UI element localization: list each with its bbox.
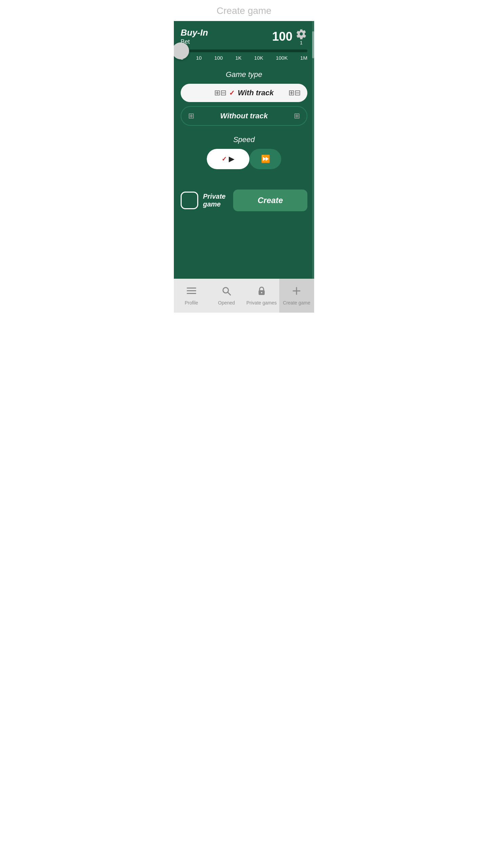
buyin-left: Buy-In Bet [181,28,208,45]
slider-track [181,50,307,52]
slider-labels: 1 10 100 1K 10K 100K 1M [181,55,307,61]
app-header: Create game [174,0,314,21]
speed-normal-btn[interactable]: ✓ ▶ [207,149,249,169]
speed-title: Speed [181,135,307,144]
slider-label-1m: 1M [300,55,307,61]
with-track-label: With track [238,88,273,97]
dice-icon-right-notrack: ⊞ [294,112,300,120]
dice-icon-right-track: ⊞⊟ [288,88,301,97]
slider-label-100k: 100K [276,55,288,61]
plus-icon [292,286,301,298]
checkmark-with-track: ✓ [229,89,235,97]
scrollbar-thumb [312,31,314,58]
slider-label-10: 10 [196,55,202,61]
bet-slider-container[interactable]: 1 10 100 1K 10K 100K 1M [181,50,307,61]
page-title: Create game [217,5,271,16]
speed-toggle-container: ✓ ▶ ⏩ [181,149,307,169]
play-icon: ▶ [229,155,235,163]
gear-container: 1 [295,28,307,45]
svg-rect-2 [187,293,196,294]
buyin-right: 100 1 [272,28,307,45]
game-type-with-track[interactable]: ⊞⊟ ✓ With track ⊞⊟ [181,84,307,102]
speed-normal-check: ✓ [222,155,227,163]
svg-rect-1 [187,290,196,291]
speed-fast-btn[interactable]: ⏩ [249,149,281,169]
without-track-label: Without track [220,112,268,120]
nav-item-private-games[interactable]: Private games [244,279,279,313]
lock-icon [258,286,266,298]
buyin-section: Buy-In Bet 100 1 [181,28,307,45]
slider-label-10k: 10K [254,55,263,61]
svg-rect-0 [187,288,196,289]
nav-label-opened: Opened [218,300,235,305]
search-icon [222,286,231,298]
create-button[interactable]: Create [233,190,307,211]
nav-item-opened[interactable]: Opened [209,279,244,313]
buyin-label: Buy-In [181,28,208,38]
fast-forward-icon: ⏩ [261,155,270,163]
slider-label-100: 100 [214,55,223,61]
buyin-sub-value: 1 [300,40,303,45]
dice-icon-left-track: ⊞⊟ [214,88,226,97]
nav-item-create-game[interactable]: Create game [279,279,314,313]
slider-label-1k: 1K [236,55,242,61]
private-game-section: Private game [181,192,228,209]
scrollbar[interactable] [312,21,314,279]
main-content: Buy-In Bet 100 1 1 10 100 1K 10K [174,21,314,279]
private-game-label: Private game [203,193,228,208]
action-row: Private game Create [181,190,307,211]
svg-point-6 [261,292,262,293]
gear-icon[interactable] [295,28,307,40]
nav-label-create-game: Create game [283,300,310,305]
nav-label-profile: Profile [185,300,198,305]
buyin-value: 100 [272,29,292,44]
svg-line-4 [228,292,230,295]
game-type-title: Game type [181,70,307,79]
speed-toggle: ✓ ▶ ⏩ [207,149,281,169]
nav-item-profile[interactable]: Profile [174,279,209,313]
dice-icon-left-notrack: ⊞ [188,112,194,120]
nav-label-private-games: Private games [246,300,277,305]
game-type-without-track[interactable]: ⊞ Without track ⊞ [181,106,307,126]
menu-icon [187,286,196,298]
private-game-checkbox[interactable] [181,192,198,209]
bottom-nav: Profile Opened Private games [174,279,314,313]
